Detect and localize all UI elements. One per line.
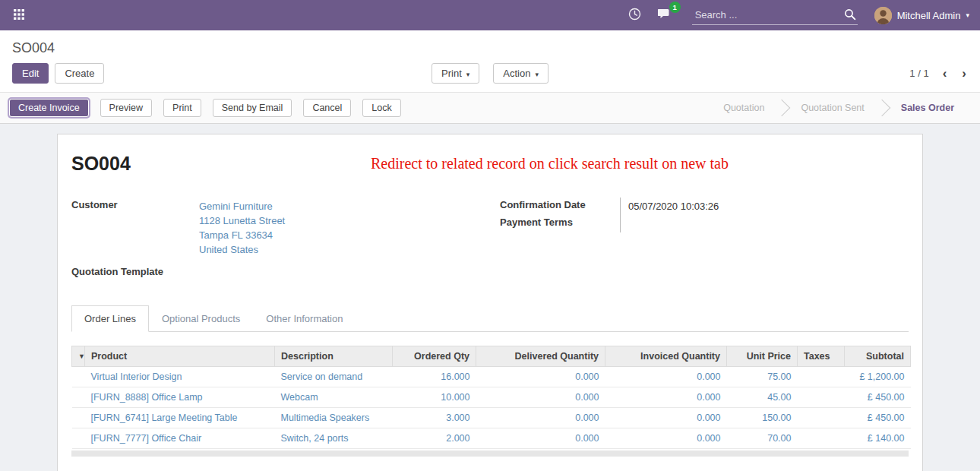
status-step-quotation-sent[interactable]: Quotation Sent [782, 96, 882, 119]
field-row-gap [71, 258, 480, 264]
cell-unit-price[interactable]: 70.00 [727, 428, 798, 449]
create-invoice-button[interactable]: Create Invoice [9, 99, 89, 117]
column-toggle-caret-icon[interactable]: ▼ [72, 346, 85, 367]
print-button[interactable]: Print [163, 99, 201, 117]
cancel-button[interactable]: Cancel [303, 99, 351, 117]
preview-button[interactable]: Preview [100, 99, 152, 117]
messages-button[interactable]: 1 [655, 5, 675, 26]
send-by-email-button[interactable]: Send by Email [213, 99, 292, 117]
cell-delivered-qty[interactable]: 0.000 [476, 387, 605, 408]
top-navbar: 1 Mitchell Admin ▾ [0, 0, 980, 30]
cell-handle [72, 387, 85, 408]
apps-menu-button[interactable] [11, 6, 27, 25]
table-scrollbar[interactable] [71, 450, 909, 457]
form-view: SO004 Redirect to related record on clic… [0, 124, 980, 471]
cell-ordered-qty[interactable]: 2.000 [393, 428, 476, 449]
print-menu-button[interactable]: Print▾ [432, 63, 479, 84]
create-button[interactable]: Create [55, 63, 104, 84]
order-lines-table: ▼ Product Description Ordered Qty Delive… [71, 346, 911, 449]
table-header-row: ▼ Product Description Ordered Qty Delive… [72, 346, 911, 367]
tab-other-information[interactable]: Other Information [253, 305, 356, 332]
cell-subtotal[interactable]: £ 140.00 [845, 428, 911, 449]
header-subtotal[interactable]: Subtotal [845, 346, 911, 367]
tab-order-lines[interactable]: Order Lines [71, 305, 149, 332]
sales-order-sheet: SO004 Redirect to related record on clic… [57, 134, 923, 471]
cell-invoiced-qty[interactable]: 0.000 [605, 408, 727, 428]
status-step-sales-order[interactable]: Sales Order [883, 96, 972, 119]
cell-invoiced-qty[interactable]: 0.000 [605, 428, 727, 449]
cell-unit-price[interactable]: 75.00 [727, 367, 798, 387]
red-annotation-text: Redirect to related record on click sear… [371, 155, 729, 172]
cell-description[interactable]: Multimedia Speakers [275, 408, 393, 428]
cell-product[interactable]: [FURN_7777] Office Chair [85, 428, 275, 449]
order-line-row[interactable]: Virtual Interior Design Service on deman… [72, 367, 911, 387]
cell-delivered-qty[interactable]: 0.000 [476, 428, 605, 449]
cell-taxes[interactable] [798, 408, 845, 428]
user-menu[interactable]: Mitchell Admin ▾ [874, 7, 969, 24]
cell-ordered-qty[interactable]: 3.000 [393, 408, 476, 428]
statusbar-buttons: Create Invoice Preview Print Send by Ema… [9, 99, 401, 117]
left-field-group: Customer Gemini Furniture 1128 Lunetta S… [71, 198, 480, 279]
control-panel-buttons: Edit Create Print▾ Action▾ 1 / 1 ‹ › [0, 58, 980, 92]
header-unit-price[interactable]: Unit Price [727, 346, 798, 367]
cell-description[interactable]: Service on demand [275, 367, 393, 387]
cell-delivered-qty[interactable]: 0.000 [476, 367, 605, 387]
header-invoiced-quantity[interactable]: Invoiced Quantity [605, 346, 727, 367]
order-line-row[interactable]: [FURN_8888] Office Lamp Webcam 10.000 0.… [72, 387, 911, 408]
cell-ordered-qty[interactable]: 16.000 [393, 367, 476, 387]
tab-optional-products[interactable]: Optional Products [149, 305, 253, 332]
action-menu-button[interactable]: Action▾ [493, 63, 548, 84]
cell-description[interactable]: Webcam [275, 387, 393, 408]
cell-taxes[interactable] [798, 367, 845, 387]
cell-delivered-qty[interactable]: 0.000 [476, 408, 605, 428]
breadcrumb-title: SO004 [12, 40, 55, 55]
edit-button[interactable]: Edit [12, 63, 49, 84]
search-input[interactable] [692, 5, 858, 25]
field-groups: Customer Gemini Furniture 1128 Lunetta S… [71, 198, 909, 279]
activities-button[interactable] [625, 5, 644, 26]
cell-invoiced-qty[interactable]: 0.000 [605, 387, 727, 408]
global-search [692, 5, 858, 25]
user-avatar [874, 7, 892, 24]
lock-button[interactable]: Lock [362, 99, 400, 117]
cell-product[interactable]: Virtual Interior Design [85, 367, 275, 387]
form-statusbar: Create Invoice Preview Print Send by Ema… [0, 92, 980, 124]
header-taxes[interactable]: Taxes [798, 346, 845, 367]
cell-product[interactable]: [FURN_8888] Office Lamp [85, 387, 275, 408]
header-description[interactable]: Description [275, 346, 393, 367]
clock-icon [628, 8, 641, 23]
cell-invoiced-qty[interactable]: 0.000 [605, 367, 727, 387]
cell-product[interactable]: [FURN_6741] Large Meeting Table [85, 408, 275, 428]
cell-taxes[interactable] [798, 387, 845, 408]
pager-previous-icon[interactable]: ‹ [941, 66, 949, 81]
cell-description[interactable]: Switch, 24 ports [275, 428, 393, 449]
pager-counter: 1 / 1 [909, 68, 928, 79]
right-field-group: Confirmation Date 05/07/2020 10:03:26 Pa… [500, 198, 909, 279]
customer-value: Gemini Furniture 1128 Lunetta Street Tam… [191, 198, 480, 258]
search-icon[interactable] [844, 8, 856, 23]
status-step-quotation[interactable]: Quotation [705, 96, 782, 119]
action-menus: Print▾ Action▾ [432, 63, 548, 84]
cell-ordered-qty[interactable]: 10.000 [393, 387, 476, 408]
header-delivered-quantity[interactable]: Delivered Quantity [476, 346, 605, 367]
order-line-row[interactable]: [FURN_6741] Large Meeting Table Multimed… [72, 408, 911, 428]
order-line-row[interactable]: [FURN_7777] Office Chair Switch, 24 port… [72, 428, 911, 449]
pager-next-icon[interactable]: › [960, 66, 968, 81]
print-menu-label: Print [441, 68, 462, 79]
cell-unit-price[interactable]: 45.00 [727, 387, 798, 408]
header-product[interactable]: Product [85, 346, 275, 367]
customer-address-line: 1128 Lunetta Street [199, 213, 480, 228]
cell-subtotal[interactable]: £ 450.00 [845, 387, 911, 408]
customer-link[interactable]: Gemini Furniture [199, 201, 273, 212]
cell-subtotal[interactable]: £ 450.00 [845, 408, 911, 428]
quotation-template-value[interactable] [191, 264, 480, 279]
cell-subtotal[interactable]: £ 1,200.00 [845, 367, 911, 387]
payment-terms-value[interactable] [620, 215, 909, 232]
action-menu-label: Action [503, 68, 530, 79]
order-title: SO004 [71, 153, 131, 175]
cell-handle [72, 408, 85, 428]
cell-taxes[interactable] [798, 428, 845, 449]
header-ordered-qty[interactable]: Ordered Qty [393, 346, 476, 367]
cell-unit-price[interactable]: 150.00 [727, 408, 798, 428]
notebook-tabs: Order Lines Optional Products Other Info… [71, 305, 909, 332]
